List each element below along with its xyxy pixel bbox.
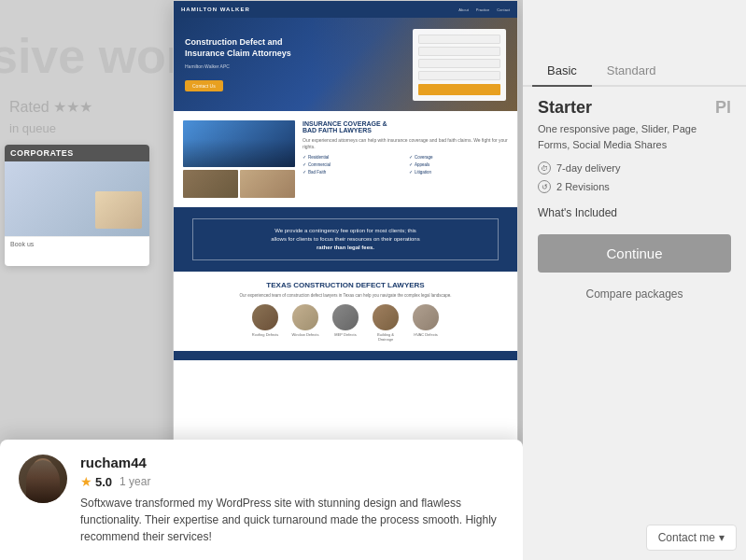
- small-image-1: [183, 170, 238, 198]
- revisions-label: 2 Revisions: [556, 181, 610, 192]
- tab-basic-label: Basic: [547, 63, 577, 77]
- insurance-text: INSURANCE COVERAGE &BAD FAITH LAWYERS Ou…: [303, 120, 508, 198]
- insurance-body: Our experienced attorneys can help with …: [303, 137, 508, 150]
- hero-subtitle: Hamilton Walker APC: [185, 63, 405, 69]
- tx-title: TEXAS CONSTRUCTION DEFECT LAWYERS: [183, 281, 508, 289]
- star-icon: ★: [80, 474, 92, 489]
- site-logo: HAMILTON WALKER: [181, 7, 250, 12]
- contact-me-label: Contact me: [658, 531, 715, 544]
- nav-item-3: Contact: [497, 7, 510, 12]
- ins-item-litigation: Litigation: [409, 169, 508, 175]
- window-icon: [292, 304, 318, 330]
- service-building: Building & Drainage: [370, 304, 402, 342]
- ins-item-appeals: Appeals: [409, 161, 508, 167]
- rating-stars: ★★★: [53, 98, 92, 116]
- building-label: Building & Drainage: [370, 332, 402, 342]
- nav-item-1: About: [458, 7, 468, 12]
- insurance-section: INSURANCE COVERAGE &BAD FAITH LAWYERS Ou…: [174, 111, 517, 207]
- review-card: rucham44 ★ 5.0 1 year Softxwave transfor…: [0, 440, 523, 560]
- contact-me-button[interactable]: Contact me ▾: [646, 525, 737, 551]
- tx-body: Our experienced team of construction def…: [183, 293, 508, 299]
- ins-item-coverage: Coverage: [409, 154, 508, 160]
- corporates-card: CORPORATES Book us: [5, 145, 149, 266]
- service-roofing: Roofing Defects: [249, 304, 282, 342]
- site-nav: About Practice Contact: [458, 7, 510, 12]
- plan-header: Starter Pl: [523, 87, 746, 121]
- tx-section: TEXAS CONSTRUCTION DEFECT LAWYERS Our ex…: [174, 272, 517, 351]
- review-meta: ★ 5.0 1 year: [80, 474, 504, 489]
- whats-included-label: What's Included: [523, 199, 746, 223]
- tab-basic[interactable]: Basic: [532, 56, 592, 85]
- service-mep: MEP Defects: [330, 304, 362, 342]
- rated-label: Rated: [9, 99, 49, 116]
- form-submit-button[interactable]: [418, 84, 500, 95]
- avatar-body: [26, 460, 60, 503]
- left-panel: sive wordpres Rated ★★★ in queue CORPORA…: [0, 0, 523, 560]
- review-content: rucham44 ★ 5.0 1 year Softxwave transfor…: [80, 455, 504, 545]
- hero-section: Construction Defect andInsurance Claim A…: [174, 18, 517, 111]
- hvac-label: HVAC Defects: [410, 332, 443, 337]
- book-us-label: Book us: [10, 241, 34, 247]
- service-hvac: HVAC Defects: [410, 304, 443, 342]
- refresh-icon: ↺: [538, 180, 551, 193]
- in-queue-text: in queue: [9, 121, 56, 135]
- tab-standard[interactable]: Standard: [592, 56, 671, 85]
- site-footer: [174, 351, 517, 360]
- reviewer-avatar: [19, 455, 67, 503]
- continue-button[interactable]: Continue: [538, 234, 731, 273]
- right-panel: Basic Standard Starter Pl One responsive…: [523, 0, 746, 560]
- window-label: Window Defects: [289, 332, 322, 337]
- ins-item-commercial: Commercial: [303, 161, 401, 167]
- building-icon: [373, 304, 399, 330]
- page-wrapper: sive wordpres Rated ★★★ in queue CORPORA…: [0, 0, 746, 560]
- hero-title: Construction Defect andInsurance Claim A…: [185, 37, 405, 59]
- plan-name: Starter: [538, 98, 592, 118]
- small-image-2: [240, 170, 295, 198]
- insurance-images: [183, 120, 295, 198]
- compare-packages-link[interactable]: Compare packages: [523, 284, 746, 304]
- banner-text: We provide a contingency fee option for …: [204, 227, 486, 252]
- plan-description: One responsive page, Slider, Page Forms,…: [523, 121, 746, 152]
- feature-delivery: ⏱ 7-day delivery: [538, 161, 731, 175]
- mep-label: MEP Defects: [330, 332, 362, 337]
- browser-preview: HAMILTON WALKER About Practice Contact C…: [173, 0, 518, 457]
- ins-col-2: Coverage Appeals Litigation: [409, 154, 508, 176]
- banner-border: We provide a contingency fee option for …: [192, 218, 499, 260]
- service-window: Window Defects: [289, 304, 322, 342]
- plan-name-partial: Pl: [715, 98, 731, 118]
- corporates-image: [5, 161, 149, 236]
- insurance-list: Residential Commercial Bad Faith Coverag…: [303, 154, 508, 176]
- form-field-2[interactable]: [418, 47, 500, 56]
- corporates-header: CORPORATES: [5, 145, 149, 161]
- form-field-1[interactable]: [418, 35, 500, 44]
- hvac-icon: [413, 304, 439, 330]
- rated-row: Rated ★★★: [9, 98, 92, 116]
- review-text: Softxwave transformed my WordPress site …: [80, 495, 504, 545]
- delivery-label: 7-day delivery: [556, 162, 620, 174]
- hero-form: [413, 29, 506, 101]
- reviewer-name: rucham44: [80, 455, 504, 470]
- form-field-3[interactable]: [418, 59, 500, 68]
- site-header: HAMILTON WALKER About Practice Contact: [174, 1, 517, 18]
- rating-score: 5.0: [95, 475, 112, 489]
- ins-col-1: Residential Commercial Bad Faith: [303, 154, 401, 176]
- insurance-title: INSURANCE COVERAGE &BAD FAITH LAWYERS: [303, 120, 508, 133]
- corporates-footer: Book us: [5, 236, 149, 251]
- corporates-image-overlay: [95, 191, 142, 229]
- roofing-icon: [252, 304, 278, 330]
- star-rating: ★ 5.0: [80, 474, 112, 489]
- mep-icon: [332, 304, 359, 330]
- roofing-label: Roofing Defects: [249, 332, 282, 337]
- tabs-row: Basic Standard: [523, 56, 746, 87]
- ins-item-badfaith: Bad Faith: [303, 169, 401, 175]
- clock-icon: ⏱: [538, 161, 551, 175]
- tab-standard-label: Standard: [607, 63, 656, 77]
- review-time: 1 year: [120, 475, 150, 488]
- hero-content: Construction Defect andInsurance Claim A…: [185, 37, 405, 91]
- hero-cta-button[interactable]: Contact Us: [185, 80, 223, 91]
- service-icons: Roofing Defects Window Defects MEP Defec…: [183, 304, 508, 342]
- feature-revisions: ↺ 2 Revisions: [538, 180, 731, 193]
- form-field-4[interactable]: [418, 71, 500, 80]
- plan-features: ⏱ 7-day delivery ↺ 2 Revisions: [523, 161, 746, 193]
- corporates-label: CORPORATES: [10, 148, 74, 158]
